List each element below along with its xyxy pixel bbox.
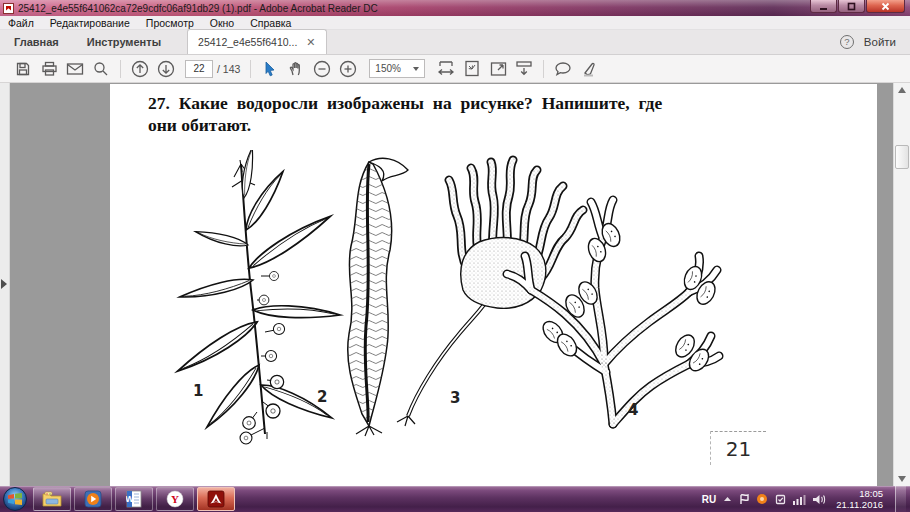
clock-time: 18:05 xyxy=(836,488,883,499)
scroll-up-icon[interactable] xyxy=(898,87,906,93)
word-document-icon: W xyxy=(126,490,142,508)
figure-label-3: 3 xyxy=(450,389,460,407)
main-toolbar: / 143 150% xyxy=(0,55,910,83)
menu-window[interactable]: Окно xyxy=(210,17,234,29)
vertical-scrollbar[interactable] xyxy=(893,83,910,486)
action-center-flag-icon[interactable] xyxy=(739,494,749,505)
taskbar-yandex-browser-button[interactable]: Y xyxy=(156,487,194,511)
tab-document[interactable]: 25412_e4e55f6410... ✕ xyxy=(187,29,326,54)
taskbar-word-button[interactable]: W xyxy=(115,487,153,511)
menu-view[interactable]: Просмотр xyxy=(146,17,194,29)
zoom-in-icon[interactable] xyxy=(335,58,361,80)
tab-close-icon[interactable]: ✕ xyxy=(306,37,315,48)
taskbar-clock[interactable]: 18:05 21.11.2016 xyxy=(836,488,883,510)
highlight-icon[interactable] xyxy=(576,58,602,80)
figure-label-4: 4 xyxy=(628,401,638,419)
previous-page-icon[interactable] xyxy=(127,58,153,80)
yandex-browser-icon: Y xyxy=(166,490,184,508)
figure-label-1: 1 xyxy=(193,382,203,400)
maximize-button[interactable] xyxy=(838,0,865,13)
next-page-icon[interactable] xyxy=(153,58,179,80)
zoom-level-dropdown[interactable]: 150% xyxy=(369,59,425,78)
tab-home[interactable]: Главная xyxy=(0,29,73,54)
svg-text:Y: Y xyxy=(171,493,179,505)
adobe-reader-icon xyxy=(207,490,225,508)
tab-bar: Главная Инструменты 25412_e4e55f6410... … xyxy=(0,30,910,55)
taskbar-media-player-button[interactable] xyxy=(74,487,112,511)
question-line-2: они обитают. xyxy=(148,114,803,136)
windows-taskbar: W Y RU xyxy=(0,486,910,512)
algae-figure: 1 2 3 4 xyxy=(145,150,745,446)
menu-help[interactable]: Справка xyxy=(250,17,291,29)
document-tab-label: 25412_e4e55f6410... xyxy=(198,36,297,48)
sign-in-button[interactable]: Войти xyxy=(864,36,896,48)
page-number-box: 21 xyxy=(710,431,766,465)
system-tray: RU 18:05 21.11.2016 xyxy=(702,486,910,512)
minimize-button[interactable] xyxy=(810,0,837,13)
question-text: 27. Какие водоросли изображены на рисунк… xyxy=(148,92,803,136)
adobe-reader-app-icon xyxy=(3,3,14,14)
page-count-label: / 143 xyxy=(217,63,240,75)
navigation-pane-toggle-icon[interactable] xyxy=(1,279,7,289)
taskbar-adobe-reader-button[interactable] xyxy=(197,487,235,511)
menu-file[interactable]: Файл xyxy=(8,17,34,29)
printed-page-number: 21 xyxy=(726,437,751,461)
chevron-down-icon xyxy=(413,67,419,71)
fit-page-icon[interactable] xyxy=(459,58,485,80)
svg-text:W: W xyxy=(126,494,134,504)
zoom-out-icon[interactable] xyxy=(309,58,335,80)
comment-icon[interactable] xyxy=(550,58,576,80)
acrobat-reader-window: 25412_e4e55f641062ca72e9cdfc06af91db29 (… xyxy=(0,0,910,512)
title-bar: 25412_e4e55f641062ca72e9cdfc06af91db29 (… xyxy=(0,0,910,16)
figure-label-2: 2 xyxy=(317,388,327,406)
tab-tools[interactable]: Инструменты xyxy=(73,29,175,54)
language-indicator[interactable]: RU xyxy=(702,494,716,505)
taskbar-explorer-button[interactable] xyxy=(33,487,71,511)
zoom-level-value: 150% xyxy=(375,63,401,74)
clock-date: 21.11.2016 xyxy=(836,499,883,510)
select-tool-icon[interactable] xyxy=(257,58,283,80)
scroll-down-icon[interactable] xyxy=(898,476,906,482)
email-icon[interactable] xyxy=(62,58,88,80)
close-button[interactable] xyxy=(866,0,905,13)
start-button[interactable] xyxy=(0,486,30,512)
menu-bar: Файл Редактирование Просмотр Окно Справк… xyxy=(0,16,910,30)
algae-3-drawing xyxy=(397,160,583,426)
save-icon[interactable] xyxy=(10,58,36,80)
scrollbar-thumb[interactable] xyxy=(895,145,909,169)
safely-remove-tray-icon[interactable] xyxy=(775,494,786,505)
media-player-icon xyxy=(84,490,102,508)
scrolling-mode-icon[interactable] xyxy=(511,58,537,80)
navigation-pane-strip[interactable] xyxy=(0,83,10,486)
windows-logo-icon xyxy=(8,493,22,505)
explorer-folder-icon xyxy=(42,491,62,507)
help-icon[interactable]: ? xyxy=(840,35,854,49)
volume-icon[interactable] xyxy=(813,494,826,505)
reading-mode-icon[interactable] xyxy=(485,58,511,80)
algae-2-drawing xyxy=(348,158,408,436)
search-icon[interactable] xyxy=(88,58,114,80)
document-viewport: 27. Какие водоросли изображены на рисунк… xyxy=(0,83,910,486)
print-icon[interactable] xyxy=(36,58,62,80)
hidden-icons-chevron-icon[interactable] xyxy=(723,496,732,502)
hand-tool-icon[interactable] xyxy=(283,58,309,80)
window-title: 25412_e4e55f641062ca72e9cdfc06af91db29 (… xyxy=(18,3,378,14)
page-number-input[interactable] xyxy=(185,60,213,78)
network-signal-icon[interactable] xyxy=(793,494,806,505)
algae-illustration xyxy=(145,150,745,446)
question-line-1: 27. Какие водоросли изображены на рисунк… xyxy=(148,92,803,114)
menu-edit[interactable]: Редактирование xyxy=(50,17,130,29)
antivirus-tray-icon[interactable] xyxy=(756,493,768,505)
show-desktop-button[interactable] xyxy=(895,486,906,512)
fit-width-icon[interactable] xyxy=(433,58,459,80)
pdf-page: 27. Какие водоросли изображены на рисунк… xyxy=(110,84,877,486)
